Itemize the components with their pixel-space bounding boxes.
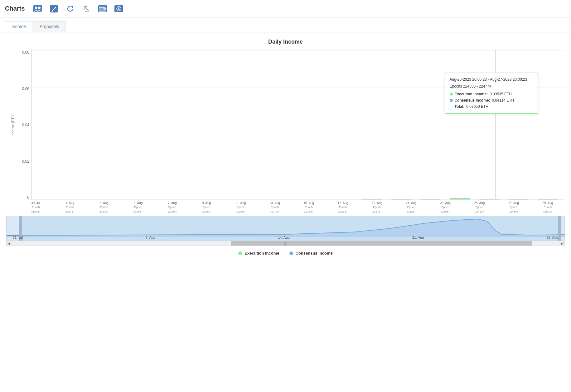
svg-point-1 [35,7,37,9]
svg-point-6 [86,5,87,6]
bar-group-12 [387,50,415,199]
tooltip-execution-label: Execution Income: [455,91,488,97]
y-tick-002: 0.02 [19,159,31,164]
x-tick-14: 27. AugEpoch224587 [496,201,530,213]
bar-consensus-11 [361,199,382,199]
tooltip-date-range: Aug-26-2023 20:00:23 - Aug-27-2023 20:00… [450,76,533,83]
tooltip-total-label: Total: [455,103,465,110]
y-axis-label: Income [ETH] [6,50,19,200]
wallet-icon[interactable] [97,3,108,14]
legend-execution-dot [238,251,242,255]
legend-consensus-label: Consensus Income [296,251,333,256]
bar-group-5 [181,50,210,199]
x-tick-2: 3. AugEpoch219187 [87,201,121,213]
chart-area: Aug-26-2023 20:00:23 - Aug-27-2023 20:00… [31,50,565,200]
bar-group-10 [328,50,356,199]
bar-group-17 [534,50,562,199]
nav-label-4: 28. Aug [547,236,558,239]
x-tick-8: 15. AugEpoch221887 [292,201,326,213]
validators-icon[interactable] [32,3,43,14]
refresh-icon[interactable] [65,3,76,14]
nav-label-1: 7. Aug [146,236,155,239]
x-tick-9: 17. AugEpoch222337 [326,201,360,213]
legend-execution-label: Execution Income [244,251,279,256]
bar-group-4 [152,50,180,199]
nav-label-2: 14. Aug [278,236,289,239]
scroll-left-arrow[interactable]: ◀ [7,241,12,246]
bar-group-13 [416,50,445,199]
tooltip-total-value: 0.07650 ETH [466,103,488,110]
nav-label-0: 31. Jul [13,236,23,239]
tooltip-consensus-label: Consensus Income: [455,97,490,103]
x-tick-7: 13. AugEpoch221437 [258,201,292,213]
x-tick-12: 23. AugEpoch223687 [428,201,462,213]
tab-proposals[interactable]: Proposals [33,21,65,32]
bar-group-1 [63,50,92,199]
x-tick-6: 11. AugEpoch220987 [224,201,258,213]
bar-consensus-17 [538,199,558,199]
header: Charts [0,0,571,17]
chart-tooltip: Aug-26-2023 20:00:23 - Aug-27-2023 20:00… [445,73,538,114]
bar-group-2 [93,50,121,199]
y-tick-006: 0.06 [19,87,31,91]
navigator-labels: 31. Jul 7. Aug 14. Aug 21. Aug 28. Aug [7,236,564,239]
y-tick-004: 0.04 [19,123,31,127]
tooltip-consensus-value: 0.04114 ETH [492,97,514,103]
bar-group-6 [210,50,239,199]
x-tick-0: 30. JulEpoch218287 [19,201,53,213]
chart-scrollbar[interactable]: ◀ ⁞⁞⁞ ▶ [6,241,565,246]
svg-point-2 [38,7,41,9]
y-tick-0: 0 [19,195,31,200]
scrollbar-thumb[interactable] [231,241,532,246]
x-tick-15: 29. AugEpoch225037 [531,201,565,213]
tooltip-execution-row: Execution Income: 0.03535 ETH [450,91,533,97]
edit-icon[interactable] [48,3,60,14]
x-tick-5: 9. AugEpoch220537 [189,201,223,213]
legend-consensus: Consensus Income [289,251,333,256]
x-tick-4: 7. AugEpoch220087 [155,201,189,213]
x-axis: 30. JulEpoch2182871. AugEpoch2187373. Au… [6,200,565,213]
bar-group-7 [240,50,269,199]
money-icon[interactable]: $ [113,3,124,14]
bar-stack-15 [479,199,499,199]
bar-group-3 [122,50,151,199]
nav-label-3: 21. Aug [412,236,424,239]
tooltip-execution-value: 0.03535 ETH [490,91,512,97]
chart-legend: Execution Income Consensus Income [0,246,571,261]
x-tick-1: 1. AugEpoch218737 [53,201,87,213]
tooltip-epochs: Epochs 224550 - 224774 [450,83,533,89]
consensus-dot [450,99,453,102]
bar-group-9 [298,50,327,199]
bar-stack-16 [508,199,529,199]
scroll-right-arrow[interactable]: ▶ [559,241,564,246]
x-tick-3: 5. AugEpoch219637 [121,201,155,213]
svg-line-5 [84,6,89,12]
tooltip-consensus-row: Consensus Income: 0.04114 ETH [450,97,533,103]
bar-consensus-15 [479,199,499,199]
chart-wrapper: Income [ETH] 0.08 0.06 0.04 0.02 0 [6,50,565,200]
bar-stack-13 [420,199,441,199]
tabs-container: Income Proposals [0,17,571,32]
bar-consensus-16 [508,199,529,199]
grid-line-0 [31,199,565,200]
app-title: Charts [5,5,25,12]
bar-stack-11 [361,199,382,199]
tooltip-total-row: Total: 0.07650 ETH [450,103,533,110]
svg-rect-9 [99,7,105,8]
bar-stack-17 [538,199,558,199]
tab-income[interactable]: Income [5,21,32,32]
chart-navigator[interactable]: ⁞ ⁞ 31. Jul 7. Aug 14. Aug 21. Aug 28. A… [6,216,565,241]
chart-container: Daily Income Income [ETH] 0.08 0.06 0.04… [0,32,571,213]
bar-group-0 [34,50,63,199]
bar-consensus-14 [450,199,470,199]
execution-dot [450,93,453,96]
no-notifications-icon[interactable] [81,3,92,14]
bar-group-8 [269,50,298,199]
bar-consensus-12 [391,199,411,199]
bar-stack-12 [391,199,411,199]
chart-title: Daily Income [6,39,565,45]
legend-execution: Execution Income [238,251,279,256]
legend-consensus-dot [289,251,293,255]
svg-text:$: $ [118,7,120,11]
bar-stack-14 [450,198,470,199]
